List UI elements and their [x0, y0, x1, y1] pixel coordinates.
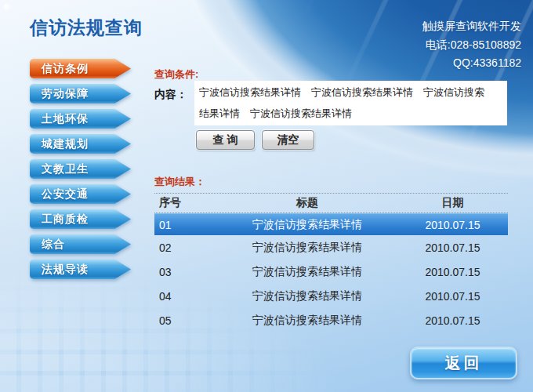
- vendor-info: 触摸屏查询软件开发 电话:028-85108892 QQ:43361182: [422, 17, 521, 73]
- content-input[interactable]: 宁波信访搜索结果详情 宁波信访搜索结果详情 宁波信访搜索结果详情 宁波信访搜索结…: [194, 81, 507, 125]
- sidebar-item-wenjiao-weisheng[interactable]: 文教卫生: [30, 159, 131, 179]
- row-no: 01: [154, 219, 217, 231]
- sidebar-item-laodong-baozhang[interactable]: 劳动保障: [30, 84, 131, 103]
- row-title: 宁波信访搜索结果详情: [217, 289, 397, 303]
- row-date: 2010.07.15: [397, 290, 508, 303]
- content-field-label: 内容：: [154, 88, 187, 102]
- row-no: 02: [154, 241, 217, 254]
- sidebar-item-zonghe[interactable]: 综合: [30, 234, 131, 254]
- column-header-no: 序号: [154, 196, 217, 210]
- column-header-title: 标题: [217, 196, 397, 210]
- row-date: 2010.07.15: [397, 314, 508, 327]
- table-row[interactable]: 02 宁波信访搜索结果详情 2010.07.15: [154, 235, 508, 260]
- sidebar-item-tudi-huanbao[interactable]: 土地环保: [30, 109, 131, 129]
- row-no: 04: [154, 290, 217, 303]
- table-row[interactable]: 03 宁波信访搜索结果详情 2010.07.15: [154, 260, 508, 284]
- row-title: 宁波信访搜索结果详情: [217, 314, 397, 328]
- vendor-phone: 电话:028-85108892: [422, 36, 521, 55]
- row-title: 宁波信访搜索结果详情: [217, 218, 397, 232]
- search-button[interactable]: 查 询: [196, 130, 255, 150]
- table-row[interactable]: 01 宁波信访搜索结果详情 2010.07.15: [154, 213, 508, 235]
- results-table: 序号 标题 日期 01 宁波信访搜索结果详情 2010.07.15 02 宁波信…: [154, 193, 508, 332]
- vendor-name: 触摸屏查询软件开发: [422, 17, 521, 36]
- clear-button[interactable]: 清空: [262, 130, 314, 150]
- sidebar-item-chengjian-guihua[interactable]: 城建规划: [30, 134, 131, 154]
- query-conditions-label: 查询条件:: [154, 67, 198, 82]
- row-date: 2010.07.15: [397, 241, 508, 254]
- sidebar-item-xinfang-tiaoli[interactable]: 信访条例: [30, 59, 131, 78]
- category-sidebar: 信访条例 劳动保障 土地环保 城建规划 文教卫生 公安交通 工商质检 综合 法规…: [30, 59, 140, 285]
- query-results-label: 查询结果：: [154, 175, 205, 189]
- sidebar-item-gongan-jiaotong[interactable]: 公安交通: [30, 184, 131, 204]
- row-no: 05: [154, 314, 217, 327]
- corner-dot-decoration: [3, 3, 11, 11]
- table-row[interactable]: 05 宁波信访搜索结果详情 2010.07.15: [154, 308, 508, 332]
- column-header-date: 日期: [397, 196, 508, 210]
- sidebar-item-gongshang-zhijian[interactable]: 工商质检: [30, 209, 131, 229]
- vendor-qq: QQ:43361182: [422, 54, 521, 73]
- back-button[interactable]: 返回: [410, 347, 517, 379]
- row-date: 2010.07.15: [397, 219, 508, 231]
- row-no: 03: [154, 266, 217, 278]
- app-window: 信访法规查询 触摸屏查询软件开发 电话:028-85108892 QQ:4336…: [0, 0, 533, 392]
- row-date: 2010.07.15: [397, 266, 508, 278]
- table-header-row: 序号 标题 日期: [154, 193, 508, 213]
- sidebar-item-fagui-daodu[interactable]: 法规导读: [30, 260, 131, 279]
- page-title: 信访法规查询: [30, 16, 143, 40]
- row-title: 宁波信访搜索结果详情: [217, 265, 397, 279]
- table-row[interactable]: 04 宁波信访搜索结果详情 2010.07.15: [154, 284, 508, 308]
- row-title: 宁波信访搜索结果详情: [217, 241, 397, 255]
